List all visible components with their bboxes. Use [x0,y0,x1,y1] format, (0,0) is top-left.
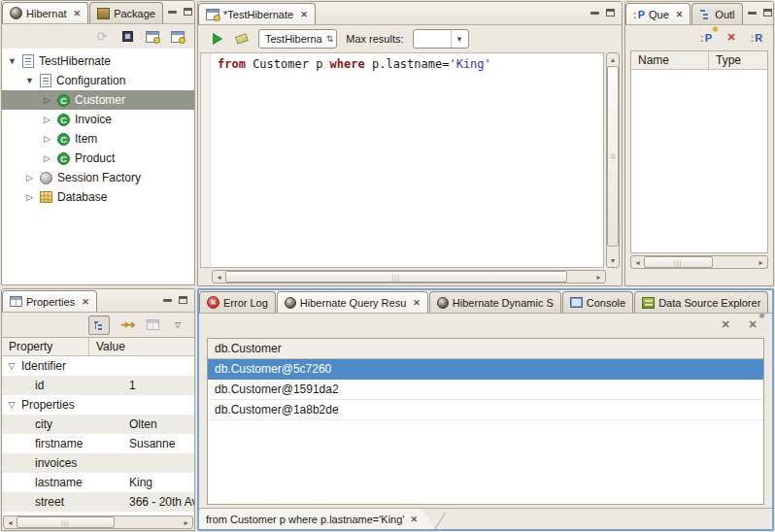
expander-icon[interactable]: ▷ [24,173,35,183]
close-all-results-button[interactable]: ✕✱ [745,316,760,333]
tab-hibernate-dynamic-sql[interactable]: Hibernate Dynamic S [429,291,561,313]
close-icon[interactable]: ✕ [410,515,418,524]
results-column-header[interactable]: db.Customer [208,339,763,359]
property-row-properties[interactable]: ▽Properties [2,395,194,415]
result-row[interactable]: db.Customer@5c7260 [208,359,763,380]
minimize-icon[interactable] [168,11,177,14]
show-categories-button[interactable] [88,316,110,335]
tree-item-testhibernate[interactable]: ▼ TestHibernate [2,51,194,71]
expander-icon[interactable]: ▷ [42,134,52,144]
configuration-combo[interactable]: TestHiberna ⇅ [258,29,337,49]
tab-hibernate-query-results[interactable]: Hibernate Query Resu ✕ [277,291,428,313]
category-expander-icon[interactable]: ▽ [7,361,17,371]
tab-outline[interactable]: Outl [691,3,742,24]
close-icon[interactable]: ✕ [74,9,82,18]
tab-data-source-explorer[interactable]: Data Source Explorer [634,291,768,313]
tab-query-parameters[interactable]: :P Que ✕ [625,3,691,24]
tab-console[interactable]: Console [562,291,633,313]
close-result-button[interactable]: ✕ [718,316,733,333]
tab-properties[interactable]: Properties ✕ [2,290,97,312]
column-property[interactable]: Property [2,338,88,355]
tree-item-customer[interactable]: ▷ C Customer [2,90,194,110]
maximize-icon[interactable] [763,9,772,17]
hibernate-icon [437,297,449,309]
run-query-button[interactable] [210,30,225,48]
scroll-left-icon[interactable]: ◂ [213,271,225,283]
remove-icon: ✕ [726,31,735,44]
column-value[interactable]: Value [88,338,194,355]
property-row-identifier[interactable]: ▽Identifier [2,356,194,376]
scroll-right-icon[interactable]: ▸ [755,256,767,268]
editor-vertical-scrollbar[interactable]: ▴ ≡ ▾ [606,52,620,268]
expander-icon[interactable]: ▼ [24,76,35,85]
expander-icon[interactable]: ▷ [42,153,52,163]
error-log-icon: ✕ [207,296,219,309]
max-results-combo[interactable]: ▾ [413,29,469,49]
property-row-id[interactable]: id 1 [2,376,194,395]
minimize-icon[interactable] [748,12,757,15]
remove-parameter-button[interactable]: ✕ [724,29,739,47]
expander-icon[interactable]: ▷ [42,95,52,105]
ignore-parameters-button[interactable]: :R [749,29,764,47]
scroll-right-icon[interactable]: ▸ [180,516,192,528]
scroll-left-icon[interactable]: ◂ [631,256,644,268]
close-icon[interactable]: ✕ [300,10,308,19]
editor-horizontal-scrollbar[interactable]: ◂ ||| ▸ [212,270,606,283]
clear-editor-button[interactable] [234,30,250,48]
result-row[interactable]: db.Customer@1a8b2de [208,400,763,420]
scroll-left-icon[interactable]: ◂ [4,516,17,528]
add-parameter-button[interactable]: :P ✱ [698,29,714,47]
refresh-button[interactable]: ⟳ [94,28,110,46]
tab-package-explorer[interactable]: Package [89,2,163,23]
code-area[interactable]: from Customer p where p.lastname='King' [200,52,604,268]
params-horizontal-scrollbar[interactable]: ◂ ||| ▸ [630,255,768,269]
expander-icon[interactable]: ▼ [7,56,17,66]
maximize-icon[interactable] [606,9,615,17]
parameters-table-body[interactable] [630,70,768,253]
tab-error-log[interactable]: ✕ Error Log [199,291,276,313]
show-advanced-properties-button[interactable]: ➔➔ [119,316,135,334]
add-configuration-icon [122,31,133,42]
minimize-icon[interactable] [773,300,774,303]
tab-testhibernate-editor[interactable]: *TestHibernate ✕ [198,3,316,24]
properties-horizontal-scrollbar[interactable]: ◂ ||| ▸ [3,515,193,529]
column-name[interactable]: Name [631,51,708,69]
maximize-icon[interactable] [184,8,192,16]
tree-item-session-factory[interactable]: ▷ Session Factory [2,168,194,187]
close-icon[interactable]: ✕ [82,297,89,307]
property-row-lastname[interactable]: lastname King [2,473,194,492]
minimize-icon[interactable] [163,299,172,302]
expander-icon[interactable]: ▷ [24,192,35,202]
property-row-city[interactable]: city Olten [2,415,194,434]
chevron-down-icon[interactable]: ▾ [451,30,468,48]
property-row-street[interactable]: street 366 - 20th Ave. [2,492,194,512]
tab-hibernate-configurations[interactable]: Hibernat ✕ [2,2,88,23]
property-row-invoices[interactable]: invoices [2,453,194,473]
restore-default-button[interactable] [145,316,160,334]
params-toolbar: :P ✱ ✕ :R [625,25,773,50]
configuration-tree: ▼ TestHibernate ▼ Configuration ▷ C Cust… [2,49,194,284]
result-row[interactable]: db.Customer@1591da2 [208,380,763,400]
query-result-tab[interactable]: from Customer p where p.lastname='King' … [199,509,421,529]
tree-item-configuration[interactable]: ▼ Configuration [2,71,194,90]
tree-item-invoice[interactable]: ▷ C Invoice [2,110,194,129]
close-icon[interactable]: ✕ [676,10,684,19]
expander-icon[interactable]: ▷ [42,115,52,124]
tree-item-item[interactable]: ▷ C Item [2,129,194,149]
scroll-down-icon[interactable]: ▾ [607,254,619,267]
category-expander-icon[interactable]: ▽ [7,400,17,410]
column-type[interactable]: Type [708,51,767,69]
scroll-right-icon[interactable]: ▸ [592,271,605,283]
maximize-icon[interactable] [179,296,187,304]
add-configuration-button[interactable] [119,28,135,46]
close-icon[interactable]: ✕ [413,298,421,308]
open-criteria-editor-button[interactable] [170,28,185,46]
eraser-icon [235,33,249,44]
minimize-icon[interactable] [590,12,599,15]
property-row-firstname[interactable]: firstname Susanne [2,434,194,453]
tree-item-product[interactable]: ▷ C Product [2,149,194,168]
tree-item-database[interactable]: ▷ Database [2,187,194,207]
scroll-up-icon[interactable]: ▴ [607,53,619,66]
view-menu-button[interactable]: ▽ [170,316,185,334]
open-hql-editor-button[interactable] [145,28,160,46]
